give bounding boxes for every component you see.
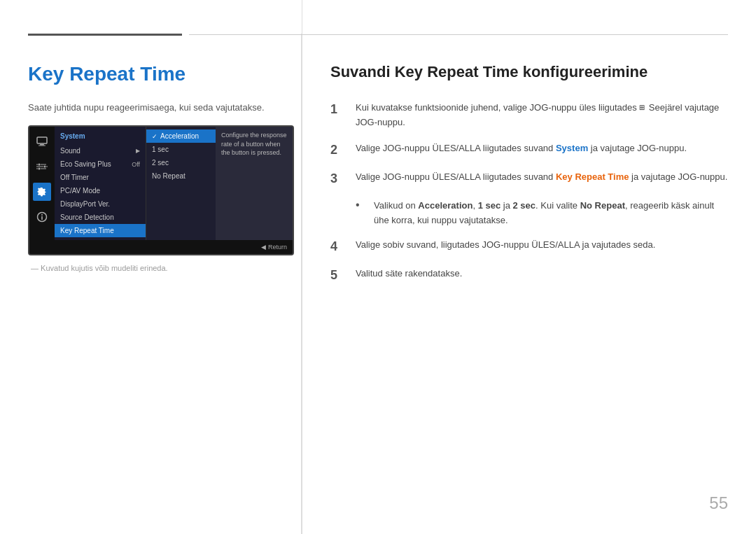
step-1-number: 1 [330,101,344,118]
page-title: Key Repeat Time [28,63,273,85]
step-3-number: 3 [330,170,344,188]
step-2-number: 2 [330,141,344,159]
bullet-highlight-acceleration: Acceleration [418,200,472,211]
submenu-panel: ✓ Acceleration 1 sec 2 sec No Repeat [146,127,216,240]
return-label: Return [268,244,287,251]
return-button[interactable]: ◀ Return [261,244,287,251]
page-number: 55 [709,493,728,513]
step-1-text: Kui kuvatakse funktsioonide juhend, vali… [356,101,728,130]
bullet-item: • Valikud on Acceleration, 1 sec ja 2 se… [330,199,728,228]
bullet-highlight-norepeat: No Repeat [580,200,625,211]
svg-rect-13 [41,216,43,220]
right-column: Suvandi Key Repeat Time konfigureerimine… [302,0,756,534]
icon-monitor [33,132,51,150]
step-4-number: 4 [330,238,344,255]
submenu-item-2sec[interactable]: 2 sec [146,156,216,169]
icon-sidebar [29,127,55,240]
image-note: Kuvatud kujutis võib mudeliti erineda. [28,264,273,272]
step-3: 3 Valige JOG-nuppu ÜLES/ALLA liigutades … [330,170,728,188]
menu-item-displayport-label: DisplayPort Ver. [60,200,110,208]
icon-gear [33,183,51,201]
submenu-check-icon: ✓ [152,133,158,140]
bullet-text: Valikud on Acceleration, 1 sec ja 2 sec.… [374,199,728,228]
submenu-item-1sec-label: 1 sec [152,146,169,153]
left-column: Key Repeat Time Saate juhtida nupu reage… [0,0,301,534]
menu-item-eco-value: Off [132,161,140,168]
monitor-bottom-bar: ◀ Return [29,240,293,254]
step-1: 1 Kui kuvatakse funktsioonide juhend, va… [330,101,728,130]
return-arrow-icon: ◀ [261,244,266,251]
tooltip-text: Configure the response rate of a button … [221,132,287,156]
icon-adjust [33,157,51,176]
menu-item-pcav[interactable]: PC/AV Mode [55,184,146,197]
submenu-item-acceleration-label: Acceleration [160,132,199,140]
step-4-text: Valige sobiv suvand, liigutades JOG-nupp… [356,238,655,253]
step-4: 4 Valige sobiv suvand, liigutades JOG-nu… [330,238,728,255]
svg-point-14 [41,214,43,216]
menu-item-sound-label: Sound [60,147,80,155]
svg-point-3 [38,164,41,166]
step-3-highlight-keyrepeat: Key Repeat Time [556,171,629,182]
step-2-highlight-system: System [556,143,588,153]
step-2-text: Valige JOG-nuppu ÜLES/ALLA liigutades su… [356,141,687,156]
menu-item-keyrepeat-label: Key Repeat Time [60,227,114,234]
bullet-dot-icon: • [356,199,363,211]
submenu-item-acceleration[interactable]: ✓ Acceleration [146,129,216,143]
step-3-text: Valige JOG-nuppu ÜLES/ALLA liigutades su… [356,170,727,185]
step-5-text: Valitud säte rakendatakse. [356,267,462,281]
submenu-item-2sec-label: 2 sec [152,159,169,167]
menu-item-sound-arrow: ▶ [136,148,140,154]
tooltip-panel: Configure the response rate of a button … [216,127,293,240]
menu-item-sourcedetect[interactable]: Source Detection [55,211,146,224]
menu-item-sound[interactable]: Sound ▶ [55,144,146,157]
menu-item-offtimer[interactable]: Off Timer [55,171,146,184]
submenu-item-1sec[interactable]: 1 sec [146,143,216,156]
menu-item-keyrepeat[interactable]: Key Repeat Time [55,224,146,237]
menu-panel: System Sound ▶ Eco Saving Plus Off Off T… [55,127,146,240]
icon-info [33,208,51,226]
menu-item-eco-label: Eco Saving Plus [60,160,111,168]
menu-item-pcav-label: PC/AV Mode [60,187,100,195]
top-line-dark [28,34,182,36]
subtitle-text: Saate juhtida nupu reageerimisaega, kui … [28,102,273,113]
menu-item-displayport[interactable]: DisplayPort Ver. [55,197,146,211]
top-decorative-lines [0,34,756,36]
steps-list: 1 Kui kuvatakse funktsioonide juhend, va… [330,101,728,284]
svg-point-5 [44,166,46,168]
step-5-number: 5 [330,267,344,284]
svg-point-4 [38,168,41,170]
menu-item-offtimer-label: Off Timer [60,174,89,181]
menu-item-sourcedetect-label: Source Detection [60,213,114,221]
menu-header: System [55,129,146,144]
submenu-item-norepeat[interactable]: No Repeat [146,169,216,183]
section-title: Suvandi Key Repeat Time konfigureerimine [330,63,728,81]
svg-rect-1 [40,144,44,146]
menu-item-eco[interactable]: Eco Saving Plus Off [55,157,146,171]
bullet-highlight-1sec: 1 sec [478,200,501,211]
submenu-item-norepeat-label: No Repeat [152,172,186,180]
svg-rect-0 [37,137,47,143]
step-2: 2 Valige JOG-nuppu ÜLES/ALLA liigutades … [330,141,728,159]
step-5: 5 Valitud säte rakendatakse. [330,267,728,284]
top-line-light [189,34,728,35]
svg-rect-2 [38,146,46,146]
monitor-mockup: System Sound ▶ Eco Saving Plus Off Off T… [28,125,294,255]
bullet-highlight-2sec: 2 sec [513,200,536,211]
